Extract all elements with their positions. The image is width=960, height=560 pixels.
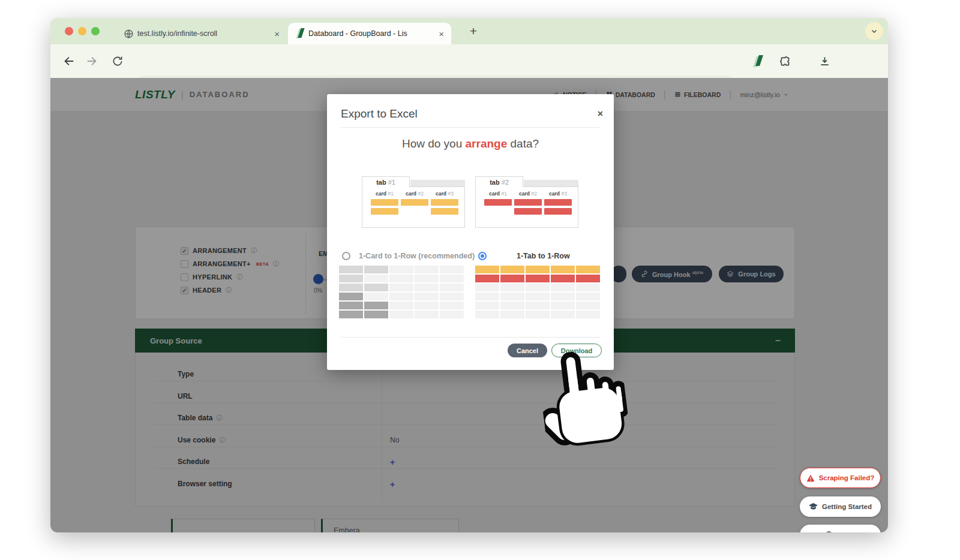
- grid-cell: [576, 275, 600, 282]
- grid-cell: [415, 275, 439, 282]
- grid-cell: [526, 311, 550, 318]
- tab-title: Databoard - GroupBoard - Lis: [308, 29, 433, 38]
- tab-search-chevron-icon[interactable]: [865, 22, 883, 40]
- highlight-word: arrange: [466, 137, 508, 150]
- grid-cell: [389, 275, 413, 282]
- modal-title: Export to Excel: [341, 107, 418, 121]
- modal-close-icon[interactable]: ×: [598, 109, 603, 119]
- grid-cell: [500, 302, 524, 309]
- grid-cell: [475, 284, 499, 291]
- back-icon[interactable]: [61, 54, 76, 68]
- graduation-cap-icon: [809, 503, 818, 510]
- grid-cell: [364, 302, 388, 309]
- tab-to-row-preview-grid: [475, 266, 600, 318]
- grid-cell: [576, 293, 600, 300]
- radio-selected-icon[interactable]: [478, 252, 487, 260]
- grid-cell: [415, 266, 439, 273]
- card-column: card #2: [401, 191, 428, 208]
- grid-cell: [415, 311, 439, 318]
- grid-cell: [500, 293, 524, 300]
- grid-cell: [551, 293, 575, 300]
- grid-cell: [475, 275, 499, 282]
- new-tab-button[interactable]: +: [464, 24, 482, 38]
- grid-cell: [389, 293, 413, 300]
- browser-tab-inactive[interactable]: test.listly.io/infinite-scroll ×: [113, 23, 287, 44]
- grid-cell: [551, 275, 575, 282]
- grid-cell: [526, 302, 550, 309]
- downloads-icon[interactable]: [817, 54, 832, 68]
- grid-cell: [500, 266, 524, 273]
- folder-body: card #1card #2card #3: [362, 186, 465, 228]
- card-column: card #3: [544, 191, 572, 217]
- option-card-to-row[interactable]: 1-Card to 1-Row (recommended): [342, 252, 475, 260]
- warning-icon: [806, 474, 815, 482]
- listly-favicon: [296, 28, 305, 39]
- option-tab-to-row[interactable]: 1-Tab to 1-Row: [478, 252, 570, 260]
- grid-cell: [576, 311, 600, 318]
- grid-cell: [576, 302, 600, 309]
- extensions-puzzle-icon[interactable]: [778, 54, 792, 68]
- tab-strip: test.listly.io/infinite-scroll × Databoa…: [50, 18, 888, 44]
- grid-cell: [389, 302, 413, 309]
- tab-title: test.listly.io/infinite-scroll: [137, 29, 268, 38]
- grid-cell: [500, 275, 524, 282]
- card-column: card #1: [484, 191, 512, 208]
- grid-cell: [475, 302, 499, 309]
- grid-cell: [415, 302, 439, 309]
- hand-pointer-cursor: [536, 346, 632, 454]
- grid-cell: [339, 266, 363, 273]
- grid-cell: [551, 302, 575, 309]
- macos-close-button[interactable]: [65, 27, 73, 35]
- card-bar: [544, 208, 572, 215]
- faqs-button[interactable]: ? FAQs: [800, 525, 881, 532]
- macos-minimize-button[interactable]: [78, 27, 86, 35]
- grid-cell: [440, 293, 464, 300]
- tab-close-icon[interactable]: ×: [272, 29, 287, 39]
- browser-tab-active[interactable]: Databoard - GroupBoard - Lis ×: [288, 23, 451, 44]
- modal-divider: [341, 337, 600, 338]
- radio-unselected-icon[interactable]: [342, 252, 350, 260]
- grid-cell: [576, 266, 600, 273]
- card-column: card #3: [431, 191, 458, 217]
- modal-question: How do you arrange data?: [327, 137, 614, 150]
- card-bar: [514, 208, 542, 215]
- card-column: card #1: [371, 191, 398, 217]
- grid-cell: [475, 266, 499, 273]
- grid-cell: [339, 311, 363, 318]
- grid-cell: [364, 275, 388, 282]
- forward-icon[interactable]: [85, 54, 100, 68]
- scraping-failed-button[interactable]: Scraping Failed?: [800, 468, 881, 488]
- grid-cell: [389, 311, 413, 318]
- modal-divider: [341, 127, 600, 128]
- grid-cell: [389, 266, 413, 273]
- grid-cell: [364, 311, 388, 318]
- grid-cell: [339, 302, 363, 309]
- getting-started-button[interactable]: Getting Started: [800, 496, 881, 517]
- macos-fullscreen-button[interactable]: [91, 27, 100, 35]
- folder-strip: [410, 180, 465, 186]
- card-bar: [484, 199, 512, 206]
- grid-cell: [551, 311, 575, 318]
- tab2-diagram: tab#2 card #1card #2card #3: [475, 176, 578, 228]
- grid-cell: [440, 266, 464, 273]
- grid-cell: [364, 266, 388, 273]
- listly-extension-icon[interactable]: [751, 54, 766, 68]
- card-bar: [371, 208, 398, 215]
- export-to-excel-modal: Export to Excel × How do you arrange dat…: [327, 94, 614, 370]
- grid-cell: [339, 284, 363, 291]
- card-bar: [431, 208, 458, 215]
- grid-cell: [440, 302, 464, 309]
- grid-cell: [500, 284, 524, 291]
- grid-cell: [526, 293, 550, 300]
- browser-toolbar: listly.io/group?key=0a8GbazW: [50, 44, 888, 78]
- reload-icon[interactable]: [110, 54, 125, 68]
- grid-cell: [389, 284, 413, 291]
- grid-cell: [415, 284, 439, 291]
- grid-cell: [551, 284, 575, 291]
- tab1-diagram: tab#1 card #1card #2card #3: [362, 176, 465, 228]
- grid-cell: [415, 293, 439, 300]
- card-to-row-preview-grid: [339, 266, 464, 318]
- globe-icon: [124, 29, 134, 39]
- card-bar: [544, 199, 572, 206]
- tab-close-icon[interactable]: ×: [436, 29, 451, 39]
